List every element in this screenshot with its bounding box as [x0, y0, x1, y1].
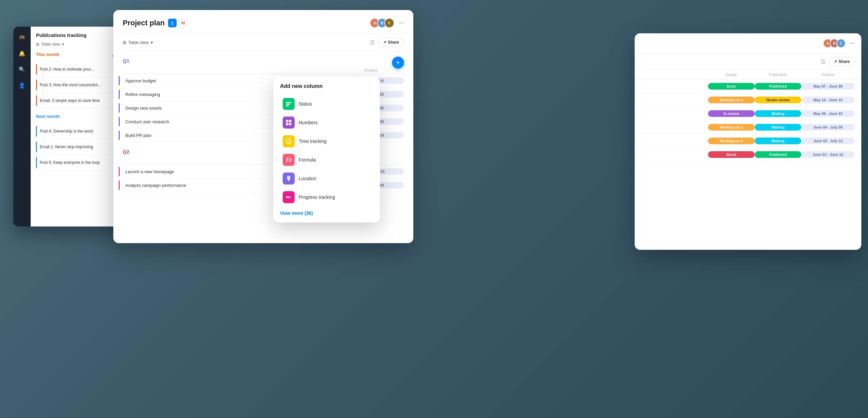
table-row: Working on it Waiting June 04 - July 05 [635, 120, 861, 134]
item-text: Email: 3 simple ways to save time [40, 98, 111, 103]
right-more-options-button[interactable]: ··· [850, 40, 855, 47]
col-header-name [641, 73, 708, 77]
item-bar [36, 64, 37, 75]
bell-icon[interactable]: 🔔 [17, 48, 27, 58]
q1-label: Q1 [123, 58, 404, 64]
timeline-chip: June 04 - July 05 [801, 124, 855, 131]
column-option-location[interactable]: Location [280, 169, 373, 188]
view-more-link[interactable]: View more (36) [280, 210, 373, 216]
right-share-button[interactable]: ↗ Share [829, 57, 855, 66]
column-option-formula[interactable]: ƒx Formula [280, 150, 373, 169]
column-option-numbers[interactable]: Numbers [280, 113, 373, 132]
task-bar [119, 103, 120, 112]
status-chip: Needs review [755, 97, 801, 103]
table-row: Working on it Waiting June 03 - July 12 [635, 134, 861, 148]
column-option-status[interactable]: Status [280, 95, 373, 113]
formula-icon: ƒx [283, 154, 294, 166]
item-text: Post 3: How the most successful... [40, 82, 111, 87]
right-col-headers: Design Publication Timeline [635, 70, 861, 80]
filter-icon[interactable]: ☰ [370, 39, 375, 46]
item-bar [36, 142, 37, 152]
item-text: Email 1: Never stop improving [40, 145, 111, 149]
project-title-row: Project plan 1 M [123, 19, 187, 27]
user-icon[interactable]: 👤 [17, 80, 27, 90]
task-bar [119, 131, 120, 140]
project-integrations: 1 M [168, 19, 187, 27]
numbers-icon [283, 116, 294, 129]
avatar: C [836, 39, 846, 48]
time-tracking-label: Time tracking [299, 139, 327, 144]
status-chip: Waiting [755, 138, 801, 144]
share-label: Share [388, 40, 399, 45]
task-bar [119, 76, 120, 85]
svg-rect-2 [286, 105, 289, 106]
gmail-integration-badge: M [179, 19, 187, 27]
table-icon: ⊞ [123, 40, 126, 45]
share-button[interactable]: ↗ Share [378, 38, 404, 47]
project-title: Project plan [123, 19, 165, 27]
table-view-button[interactable]: ⊞ Table view ▾ [123, 40, 153, 45]
location-icon [283, 173, 294, 184]
status-chip: Published [755, 151, 801, 158]
table-row: In review Waiting May 09 - June 23 [635, 107, 861, 120]
timeline-chip: June 03 - July 12 [801, 138, 855, 144]
timeline-chip: May 14 - June 16 [801, 97, 855, 103]
svg-rect-5 [286, 123, 288, 125]
share-label: Share [839, 59, 850, 64]
toolbar-row: ⊞ Table view ▾ ☰ ↗ Share [113, 34, 413, 51]
task-bar [119, 167, 120, 176]
right-body: Design Publication Timeline Done Publish… [635, 70, 861, 250]
item-text: Post 4: Ownership is the word [40, 129, 111, 134]
status-icon [283, 98, 294, 110]
col-header-design: Design [708, 73, 755, 77]
pub-title: Publications tracking [36, 32, 87, 38]
chevron-down-icon: ▾ [151, 40, 153, 45]
item-bar [36, 126, 37, 137]
svg-rect-4 [289, 120, 291, 122]
dropdown-title: Add new column [280, 83, 373, 89]
svg-rect-6 [289, 123, 291, 125]
formula-label: Formula [299, 157, 316, 163]
search-icon[interactable]: 🔍 [17, 65, 27, 74]
status-chip: Published [755, 83, 801, 90]
sidebar-strip: m 🔔 🔍 👤 [13, 27, 31, 227]
task-bar [119, 90, 120, 99]
share-icon: ↗ [383, 40, 386, 45]
add-column-button[interactable]: + [392, 57, 404, 69]
col-header-publication: Publication [755, 73, 801, 77]
column-option-progress-tracking[interactable]: Progress tracking [280, 188, 373, 207]
timeline-chip: June 03 - June 12 [801, 151, 855, 158]
item-bar [36, 95, 37, 106]
item-bar [36, 157, 37, 168]
avatar-group: A B C [370, 18, 394, 28]
design-chip: Working on it [708, 124, 755, 131]
table-view-label: Table view [128, 40, 149, 45]
progress-tracking-icon [283, 191, 294, 203]
design-chip: Done [708, 83, 755, 90]
chevron-down-icon: ▾ [62, 42, 64, 47]
task-bar [119, 117, 120, 126]
location-label: Location [299, 176, 316, 181]
design-chip: Working on it [708, 138, 755, 144]
filter-icon[interactable]: ☰ [821, 59, 825, 65]
monday-integration-badge: 1 [168, 19, 177, 27]
view-label: Table view [41, 42, 60, 47]
status-chip: Waiting [755, 110, 801, 117]
project-header: Project plan 1 M A B C ··· [113, 10, 413, 34]
svg-rect-1 [286, 104, 290, 105]
table-row: Stuck Published June 03 - June 12 [635, 148, 861, 162]
right-avatar-group: A B C [823, 39, 846, 48]
col-header-timeline: Timeline [801, 73, 855, 77]
column-option-time-tracking[interactable]: Time tracking [280, 132, 373, 150]
project-header-right: A B C ··· [370, 18, 404, 28]
time-tracking-icon [283, 135, 294, 147]
share-icon: ↗ [834, 59, 837, 64]
design-chip: Working on it [708, 97, 755, 103]
table-row: Done Published May 07 - June 09 [635, 80, 861, 93]
avatar: C [384, 18, 394, 28]
monday-logo: m [17, 32, 27, 42]
this-month-label: This month [36, 52, 59, 57]
more-options-button[interactable]: ··· [399, 20, 404, 27]
status-label: Status [299, 101, 312, 107]
timeline-chip: May 09 - June 23 [801, 110, 855, 117]
